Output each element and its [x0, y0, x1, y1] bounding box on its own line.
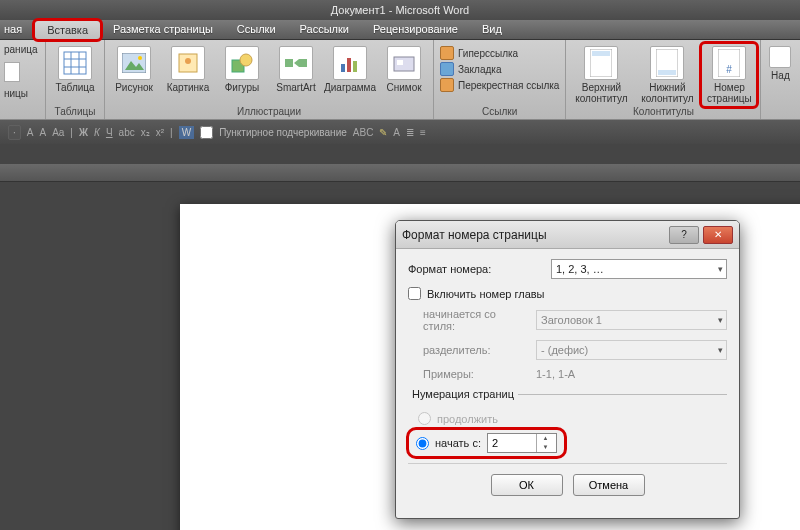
- include-chapter-label: Включить номер главы: [427, 288, 545, 300]
- number-format-label: Формат номера:: [408, 263, 543, 275]
- smartart-button[interactable]: SmartArt: [271, 44, 321, 95]
- svg-point-9: [185, 58, 191, 64]
- spinner-arrows[interactable]: ▲▼: [536, 434, 554, 452]
- ribbon: раница ницы Таблица Таблицы Рисунок Карт…: [0, 40, 800, 120]
- tab-insert[interactable]: Вставка: [34, 20, 101, 39]
- tab-page-layout[interactable]: Разметка страницы: [101, 20, 225, 39]
- separator-select: - (дефис): [536, 340, 727, 360]
- shapes-button[interactable]: Фигуры: [217, 44, 267, 95]
- header-button[interactable]: Верхний колонтитул: [570, 44, 632, 106]
- dotted-underline-label: Пунктирное подчеркивание: [219, 127, 347, 138]
- include-chapter-checkbox[interactable]: [408, 287, 421, 300]
- screenshot-button[interactable]: Снимок: [379, 44, 429, 95]
- cut-right-button[interactable]: Над: [765, 44, 795, 83]
- tab-view[interactable]: Вид: [470, 20, 514, 39]
- numbering-legend: Нумерация страниц: [408, 388, 518, 400]
- ruler[interactable]: [0, 164, 800, 182]
- window-title: Документ1 - Microsoft Word: [0, 0, 800, 20]
- shapes-icon: [225, 46, 259, 80]
- footer-button[interactable]: Нижний колонтитул: [636, 44, 698, 106]
- dialog-title-text: Формат номера страницы: [402, 228, 547, 242]
- examples-label: Примеры:: [408, 368, 528, 380]
- ribbon-tabs: ная Вставка Разметка страницы Ссылки Рас…: [0, 20, 800, 40]
- starts-style-label: начинается со стиля:: [408, 308, 528, 332]
- svg-rect-15: [341, 64, 345, 72]
- clipart-icon: [171, 46, 205, 80]
- svg-text:#: #: [727, 64, 733, 75]
- svg-point-11: [240, 54, 252, 66]
- dialog-close-button[interactable]: ✕: [703, 226, 733, 244]
- font-box[interactable]: ·: [8, 125, 21, 140]
- smartart-icon: [279, 46, 313, 80]
- cancel-button[interactable]: Отмена: [573, 474, 645, 496]
- examples-value: 1-1, 1-A: [536, 368, 575, 380]
- footer-icon: [650, 46, 684, 80]
- table-icon: [58, 46, 92, 80]
- start-at-input[interactable]: [488, 437, 536, 450]
- tab-references[interactable]: Ссылки: [225, 20, 288, 39]
- page-number-format-dialog: Формат номера страницы ? ✕ Формат номера…: [395, 220, 740, 519]
- svg-rect-19: [397, 60, 403, 65]
- crossref-icon: [440, 78, 454, 92]
- svg-rect-14: [299, 59, 307, 67]
- page-number-button[interactable]: #Номер страницы: [702, 44, 756, 106]
- header-icon: [584, 46, 618, 80]
- start-at-radio[interactable]: [416, 437, 429, 450]
- group-tables-label: Таблицы: [50, 106, 100, 119]
- page-number-icon: #: [712, 46, 746, 80]
- hyperlink-icon: [440, 46, 454, 60]
- dialog-titlebar[interactable]: Формат номера страницы ? ✕: [396, 221, 739, 249]
- blank-page-icon[interactable]: [4, 62, 20, 82]
- pages-cut-bottom: ницы: [4, 88, 28, 100]
- tab-mailings[interactable]: Рассылки: [288, 20, 361, 39]
- clipart-button[interactable]: Картинка: [163, 44, 213, 95]
- start-at-label: начать с:: [435, 437, 481, 449]
- svg-rect-17: [353, 61, 357, 72]
- start-at-spinner[interactable]: ▲▼: [487, 433, 557, 453]
- bookmark-button[interactable]: Закладка: [440, 62, 559, 76]
- number-format-select[interactable]: 1, 2, 3, …: [551, 259, 727, 279]
- continue-radio[interactable]: [418, 412, 431, 425]
- bookmark-icon: [440, 62, 454, 76]
- picture-button[interactable]: Рисунок: [109, 44, 159, 95]
- svg-rect-21: [592, 51, 610, 56]
- mini-toolbar: · AAAa| ЖКЧ abcx₂x² | W Пунктирное подче…: [0, 120, 800, 144]
- crossref-button[interactable]: Перекрестная ссылка: [440, 78, 559, 92]
- dialog-help-button[interactable]: ?: [669, 226, 699, 244]
- picture-icon: [117, 46, 151, 80]
- svg-rect-12: [285, 59, 293, 67]
- svg-rect-23: [658, 70, 676, 75]
- continue-label: продолжить: [437, 413, 498, 425]
- group-illustrations-label: Иллюстрации: [109, 106, 429, 119]
- group-pages-label: [4, 117, 41, 119]
- svg-point-7: [138, 56, 142, 60]
- group-links-label: Ссылки: [438, 106, 561, 119]
- svg-marker-13: [294, 59, 299, 67]
- starts-style-select: Заголовок 1: [536, 310, 727, 330]
- svg-rect-16: [347, 58, 351, 72]
- screenshot-icon: [387, 46, 421, 80]
- dotted-underline-check[interactable]: [200, 126, 213, 139]
- table-button[interactable]: Таблица: [50, 44, 100, 95]
- tab-cut-left[interactable]: ная: [0, 20, 34, 39]
- tab-review[interactable]: Рецензирование: [361, 20, 470, 39]
- chart-button[interactable]: Диаграмма: [325, 44, 375, 95]
- ok-button[interactable]: ОК: [491, 474, 563, 496]
- chart-icon: [333, 46, 367, 80]
- pages-cut-top: раница: [4, 44, 38, 56]
- hyperlink-button[interactable]: Гиперссылка: [440, 46, 559, 60]
- wordart-icon: [769, 46, 791, 68]
- group-headers-label: Колонтитулы: [570, 106, 756, 119]
- separator-label: разделитель:: [408, 344, 528, 356]
- svg-rect-0: [64, 52, 86, 74]
